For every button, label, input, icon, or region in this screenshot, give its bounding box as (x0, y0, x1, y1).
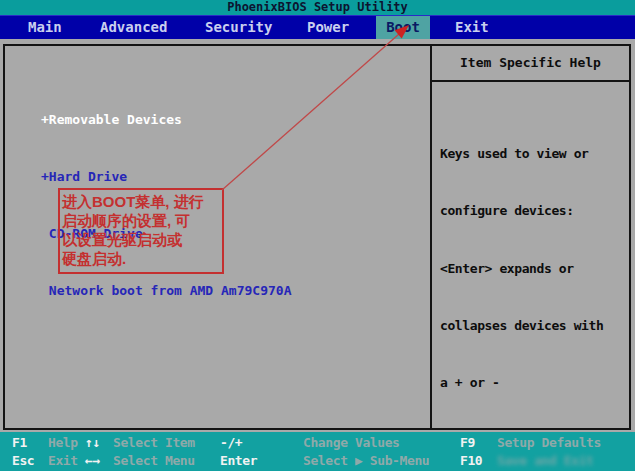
help-line: a + or - (440, 373, 629, 392)
key-enter-label: Select ▶ Sub-Menu (303, 453, 429, 468)
key-esc: Esc (12, 453, 34, 468)
help-pane-text: Keys used to view or configure devices: … (432, 82, 629, 471)
key-f9: F9 (460, 435, 475, 450)
bios-title: PhoenixBIOS Setup Utility (0, 0, 635, 15)
menu-tab-power[interactable]: Power (307, 16, 349, 39)
boot-item-hard-drive[interactable]: +Hard Drive (41, 167, 291, 186)
help-line: Keys used to view or (440, 144, 629, 163)
key-f1-label: Help (48, 435, 78, 450)
annotation-box: 进入BOOT菜单, 进行 启动顺序的设置, 可 以设置光驱启动或 硬盘启动. (58, 188, 224, 274)
key-leftright: ←→ (85, 453, 100, 468)
key-leftright-label: Select Menu (113, 453, 195, 468)
key-updown: ↑↓ (85, 435, 100, 450)
key-f10-label: Save and Exit (497, 453, 594, 468)
help-line: configure devices: (440, 201, 629, 220)
help-line: collapses devices with (440, 316, 629, 335)
key-f1: F1 (12, 435, 27, 450)
key-minusplus: -/+ (220, 435, 242, 450)
key-minusplus-label: Change Values (303, 435, 400, 450)
key-f10: F10 (460, 453, 482, 468)
key-f9-label: Setup Defaults (497, 435, 601, 450)
key-updown-label: Select Item (113, 435, 195, 450)
menu-tab-exit[interactable]: Exit (455, 16, 489, 39)
menu-tab-main[interactable]: Main (28, 16, 62, 39)
menu-bar: Main Advanced Security Power Boot Exit (0, 15, 635, 39)
menu-tab-boot[interactable]: Boot (376, 16, 430, 39)
menu-tab-advanced[interactable]: Advanced (100, 16, 167, 39)
key-enter: Enter (220, 453, 257, 468)
footer-key-legend: F1 Help ↑↓ Select Item -/+ Change Values… (0, 432, 635, 471)
boot-item-removable-devices[interactable]: +Removable Devices (41, 110, 291, 129)
menu-tab-security[interactable]: Security (205, 16, 272, 39)
key-esc-label: Exit (48, 453, 78, 468)
annotation-line: 进入BOOT菜单, 进行 (62, 192, 222, 211)
annotation-line: 以设置光驱启动或 (62, 230, 222, 249)
annotation-line: 启动顺序的设置, 可 (62, 211, 222, 230)
boot-item-network-boot[interactable]: Network boot from AMD Am79C970A (41, 281, 291, 300)
help-pane-title: Item Specific Help (432, 46, 629, 82)
help-line: <Enter> expands or (440, 259, 629, 278)
annotation-line: 硬盘启动. (62, 249, 222, 268)
help-pane: Item Specific Help Keys used to view or … (430, 46, 629, 428)
